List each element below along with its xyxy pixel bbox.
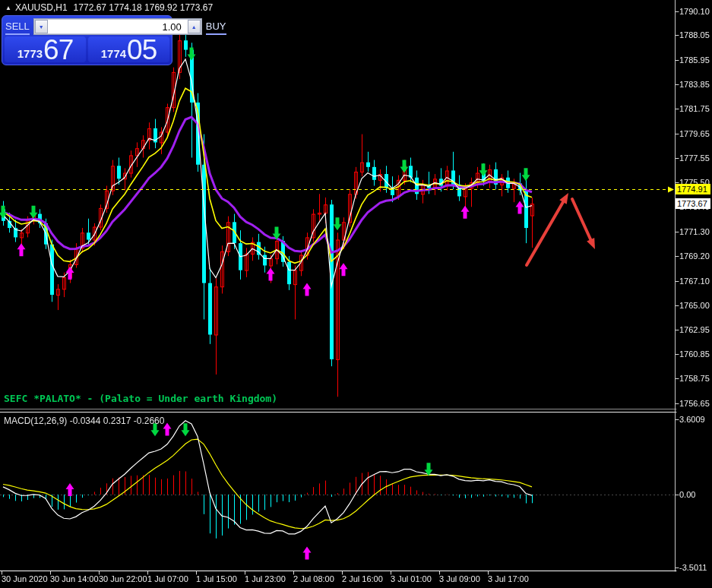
chart-title: ▲XAUUSD,H11772.67 1774.18 1769.92 1773.6… xyxy=(5,2,213,13)
price-tick-label: 1777.55 xyxy=(679,153,711,163)
collapse-arrow-icon[interactable]: ▲ xyxy=(5,5,11,11)
price-tick-label: 1760.85 xyxy=(679,349,711,359)
price-tick-label: 1779.65 xyxy=(679,129,711,139)
quote-display-row: 177367 177405 xyxy=(5,36,169,62)
macd-tick-label: 0.00 xyxy=(679,490,711,500)
sefc-indicator-label: SEFC *PALATO* - (Palato = Under earth Ki… xyxy=(4,393,277,404)
buy-button[interactable]: BUY xyxy=(206,18,226,35)
volume-decrease-button[interactable]: ▼ xyxy=(35,20,48,33)
price-tick-label: 1781.75 xyxy=(679,104,711,114)
price-tick-label: 1756.65 xyxy=(679,399,711,409)
buy-price-small-digits: 1774 xyxy=(101,48,126,59)
price-tick-label: 1783.85 xyxy=(679,80,711,90)
time-tick-label: 2 Jul 08:00 xyxy=(293,574,334,583)
time-tick-label: 1 Jul 23:00 xyxy=(245,574,286,583)
ask-price-label: 1774.91 xyxy=(676,184,710,194)
ohlc-values: 1772.67 1774.18 1769.92 1773.67 xyxy=(74,2,214,13)
volume-control: ▼ ▲ xyxy=(33,18,202,35)
macd-indicator-label: MACD(12,26,9) -0.0344 0.2317 -0.2660 xyxy=(4,416,164,426)
price-tick-label: 1788.05 xyxy=(679,30,711,40)
time-tick-label: 3 Jul 09:00 xyxy=(439,574,480,583)
price-tick-label: 1765.00 xyxy=(679,301,711,311)
macd-tick-label: -3.5011 xyxy=(679,563,711,573)
sell-price-small-digits: 1773 xyxy=(17,48,43,59)
time-tick-label: 3 Jul 01:00 xyxy=(391,574,432,583)
price-tick-label: 1758.75 xyxy=(679,374,711,384)
sell-price-display[interactable]: 177367 xyxy=(5,36,86,62)
bid-price-label: 1773.67 xyxy=(676,198,710,209)
time-tick-label: 30 Jun 22:00 xyxy=(99,574,147,583)
price-tick-label: 1769.20 xyxy=(679,251,711,261)
macd-tick-label: 3.6009 xyxy=(679,415,711,425)
one-click-trading-panel: SELL ▼ ▲ BUY 177367 177405 xyxy=(2,15,172,65)
time-tick-label: 30 Jun 14:00 xyxy=(50,574,99,583)
buy-price-display[interactable]: 177405 xyxy=(88,36,169,62)
trade-controls-row: SELL ▼ ▲ BUY xyxy=(5,18,169,35)
buy-price-big-digits: 05 xyxy=(127,38,157,62)
time-tick-label: 3 Jul 17:00 xyxy=(488,574,529,583)
volume-input[interactable] xyxy=(48,20,188,33)
time-tick-label: 2 Jul 16:00 xyxy=(342,574,383,583)
time-tick-label: 1 Jul 07:00 xyxy=(147,574,188,583)
volume-increase-button[interactable]: ▲ xyxy=(188,20,201,33)
chart-canvas[interactable] xyxy=(0,0,712,588)
sell-price-big-digits: 67 xyxy=(43,38,73,62)
terminal-window: ▲XAUUSD,H11772.67 1774.18 1769.92 1773.6… xyxy=(0,0,712,588)
price-tick-label: 1790.10 xyxy=(679,7,711,17)
price-tick-label: 1771.30 xyxy=(679,227,711,237)
sell-button[interactable]: SELL xyxy=(5,18,30,35)
price-tick-label: 1767.10 xyxy=(679,277,711,286)
price-tick-label: 1762.95 xyxy=(679,325,711,335)
time-tick-label: 1 Jul 15:00 xyxy=(196,574,237,583)
symbol-period-label: XAUUSD,H1 xyxy=(15,2,68,13)
price-tick-label: 1785.95 xyxy=(679,55,711,65)
time-tick-label: 30 Jun 2020 xyxy=(2,574,48,583)
